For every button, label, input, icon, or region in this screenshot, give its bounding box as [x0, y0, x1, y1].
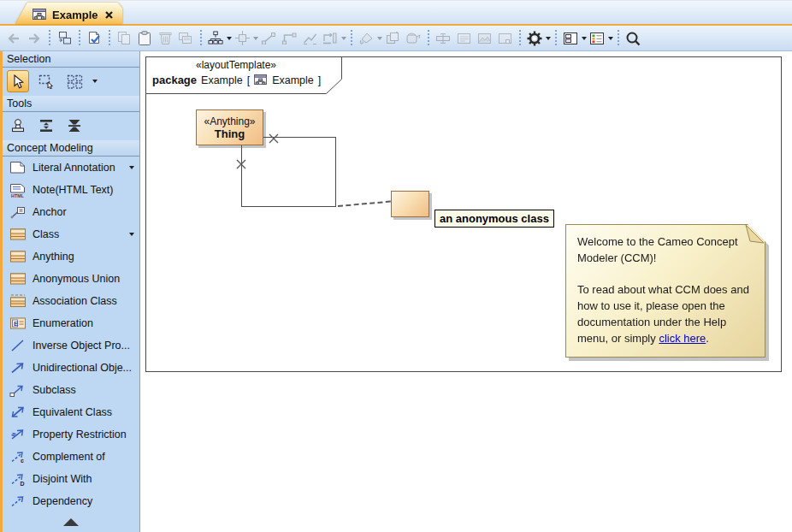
chevron-down-icon[interactable] — [129, 166, 134, 169]
chevron-down-icon[interactable] — [546, 37, 551, 40]
palette-item-anchor[interactable]: Anchor — [3, 201, 139, 223]
diagram-windows-button[interactable] — [560, 28, 581, 49]
image-shape-button[interactable] — [474, 28, 494, 49]
oblique-path-button[interactable] — [299, 28, 320, 49]
palette-item-note-html[interactable]: HTML Note(HTML Text) — [3, 179, 139, 201]
palette-item-unidirectional-object-property[interactable]: Unidirectional Obje... — [3, 357, 139, 379]
welcome-note[interactable]: Welcome to the Cameo Concept Modeler (CC… — [565, 224, 765, 358]
diagram-options-button[interactable] — [524, 28, 545, 49]
show-notes-button[interactable] — [453, 28, 474, 49]
palette-item-subclass[interactable]: Subclass — [3, 379, 139, 401]
palette-item-property-restriction[interactable]: Property Restriction — [3, 423, 139, 446]
note-fold-corner — [745, 225, 765, 245]
tab-example[interactable]: Example — [15, 3, 122, 24]
compress-vertical-tool-button[interactable] — [63, 115, 86, 137]
line-icon — [9, 339, 27, 352]
arrow-icon — [9, 361, 27, 375]
frame-bracket-open: [ — [247, 74, 250, 86]
package-frame-header[interactable]: «layoutTemplate» package Example [ — [145, 56, 342, 94]
legend-button[interactable] — [587, 28, 607, 49]
section-header-selection: Selection — [3, 51, 139, 68]
zoom-search-button[interactable] — [623, 28, 643, 49]
palette-item-equivalent-class[interactable]: Equivalent Class — [3, 401, 139, 423]
palette-item-dependency[interactable]: Dependency — [3, 490, 139, 512]
class-node-thing[interactable]: «Anything» Thing — [196, 109, 263, 145]
anonymous-class-label[interactable]: an anonymous class — [434, 210, 554, 228]
class-icon — [9, 228, 27, 241]
anchor-dashed-line[interactable] — [338, 201, 391, 207]
palette-item-anonymous-union[interactable]: Anonymous Union — [3, 268, 139, 290]
palette-scroll-up-arrow[interactable] — [63, 518, 79, 526]
palette-item-inverse-object-property[interactable]: Inverse Object Pro... — [3, 334, 139, 357]
enumeration-icon: E — [9, 316, 27, 330]
section-header-concept-modeling: Concept Modeling — [3, 140, 139, 157]
thing-name: Thing — [215, 127, 245, 140]
apply-style-button[interactable] — [403, 28, 423, 49]
complement-arrow-icon: c — [9, 450, 27, 464]
svg-text:c: c — [21, 458, 24, 464]
back-button[interactable] — [3, 28, 24, 49]
palette-item-disjoint-with[interactable]: D Disjoint With — [3, 468, 139, 490]
anchor-icon — [9, 205, 27, 219]
frame-name: Example — [201, 74, 243, 86]
frame-ref-name: Example — [272, 74, 314, 86]
chevron-down-icon[interactable] — [129, 233, 134, 236]
copy-style-button[interactable] — [382, 28, 403, 49]
anonymous-class-node[interactable] — [391, 191, 429, 217]
toolbar-separator — [426, 30, 430, 47]
association-line[interactable] — [335, 137, 336, 207]
toolbar-separator — [616, 30, 620, 47]
frame-stereotype: «layoutTemplate» — [145, 59, 327, 71]
palette-item-association-class[interactable]: Association Class — [3, 290, 139, 312]
draw-line-button[interactable] — [258, 28, 279, 49]
chevron-down-icon[interactable] — [341, 37, 346, 40]
layout-hierarchy-button[interactable] — [205, 28, 226, 49]
html-note-icon: HTML — [9, 183, 27, 198]
paste-button[interactable] — [134, 28, 155, 49]
diagram-canvas[interactable]: «layoutTemplate» package Example [ — [140, 51, 792, 532]
align-button[interactable] — [232, 28, 252, 49]
association-line[interactable] — [241, 206, 336, 207]
diagram-frame-button[interactable] — [494, 28, 515, 49]
toolbar-separator — [77, 30, 81, 47]
marquee-select-tool-button[interactable] — [35, 70, 57, 92]
non-navigable-x-icon — [269, 132, 279, 142]
class-icon — [9, 250, 27, 263]
main-toolbar — [0, 26, 792, 51]
diagram-frame[interactable]: «layoutTemplate» package Example [ — [145, 56, 782, 372]
association-line[interactable] — [241, 145, 242, 207]
pointer-tool-button[interactable] — [7, 70, 29, 92]
reroute-path-button[interactable] — [320, 28, 340, 49]
palette-item-class[interactable]: Class — [3, 223, 139, 245]
same-width-button[interactable] — [433, 28, 453, 49]
select-in-containment-tree-button[interactable] — [54, 28, 74, 49]
note-paragraph-1: Welcome to the Cameo Concept Modeler (CC… — [577, 235, 738, 264]
chevron-down-icon[interactable] — [92, 80, 98, 83]
multi-select-tool-button[interactable] — [63, 70, 86, 92]
thing-stereotype: «Anything» — [204, 115, 255, 127]
chevron-down-icon[interactable] — [608, 37, 613, 40]
palette-item-literal-annotation[interactable]: Literal Annotation — [3, 157, 139, 179]
palette-item-anything[interactable]: Anything — [3, 245, 139, 268]
diagram-icon — [254, 74, 268, 86]
validate-diagram-button[interactable] — [84, 28, 104, 49]
subclass-arrow-icon — [9, 383, 27, 397]
fill-color-button[interactable] — [356, 28, 376, 49]
stamp-tool-button[interactable] — [7, 115, 29, 137]
close-icon[interactable] — [104, 10, 114, 20]
delete-button[interactable] — [155, 28, 175, 49]
toolbar-separator — [47, 30, 51, 47]
clone-button[interactable] — [175, 28, 196, 49]
click-here-link[interactable]: click here — [659, 332, 706, 345]
expand-vertical-tool-button[interactable] — [35, 115, 57, 137]
section-header-tools: Tools — [3, 96, 139, 112]
equivalent-arrow-icon — [9, 405, 27, 419]
class-icon — [9, 272, 27, 286]
forward-button[interactable] — [24, 28, 44, 49]
draw-path-button[interactable] — [279, 28, 299, 49]
palette-item-complement-of[interactable]: c Complement of — [3, 446, 139, 468]
svg-text:D: D — [21, 481, 25, 487]
svg-text:HTML: HTML — [11, 192, 25, 198]
palette-item-enumeration[interactable]: E Enumeration — [3, 312, 139, 334]
copy-button[interactable] — [114, 28, 134, 49]
